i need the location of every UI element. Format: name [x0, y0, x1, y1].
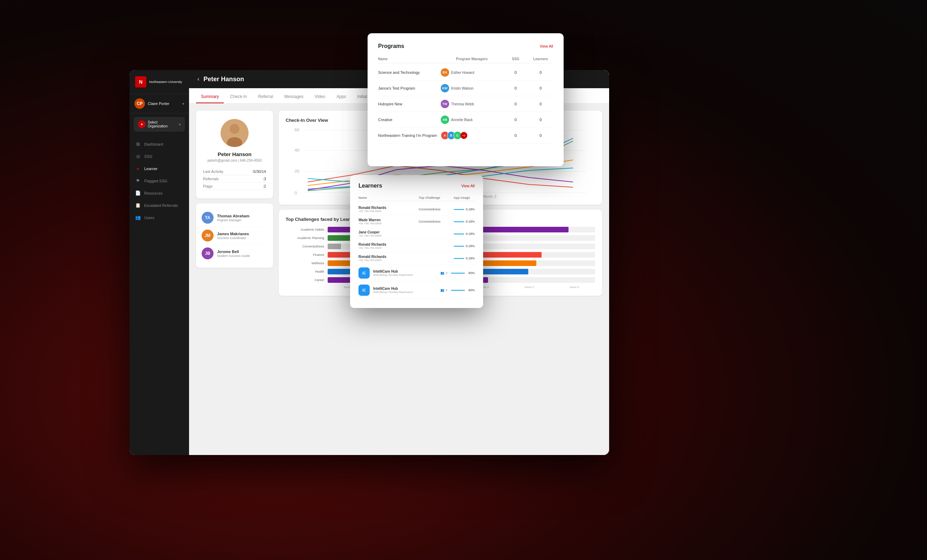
sidebar-item-learner[interactable]: ● Learner: [129, 162, 189, 175]
sidebar-item-label-resources: Resources: [144, 191, 163, 195]
program-row: Janna's Test Program KW Kristin Watson 0…: [378, 80, 553, 96]
app-usage-bar-1: [451, 273, 465, 274]
learners-count-4: 0: [528, 118, 553, 122]
learner-usage-1: 0.18%: [449, 208, 475, 211]
org-selector[interactable]: ★ Select Organization ▾: [134, 117, 185, 132]
profile-photo: [220, 119, 249, 147]
th-program-managers: Program Managers: [441, 57, 503, 61]
ssg-icon: ◎: [135, 154, 141, 159]
usage-bar-2: [454, 221, 464, 222]
learners-view-all[interactable]: View All: [461, 184, 475, 188]
learner-phone-2: +91 790-765-6905: [359, 222, 410, 225]
sidebar: N Northeastern University CP Claire Port…: [129, 70, 189, 455]
app-user-icon-1: 👥: [441, 271, 444, 275]
learner-name-1: Ronald Richards: [359, 206, 410, 209]
app-name-1: IntelliCare Hub: [373, 270, 437, 273]
bar-label-2: Academic Planning: [286, 236, 324, 240]
learner-usage-5: 0.18%: [449, 256, 475, 260]
learner-usage-3: 0.18%: [449, 232, 475, 235]
org-text: Select Organization: [148, 120, 177, 128]
usage-bar-4: [454, 246, 464, 247]
svg-text:20: 20: [295, 169, 299, 173]
pm-name-3: Theresa Webb: [451, 102, 474, 106]
sidebar-item-resources[interactable]: 📄 Resources: [129, 187, 189, 199]
back-button[interactable]: ‹: [198, 76, 199, 82]
pm-name-4: Annette Black: [451, 118, 473, 122]
program-name-2: Janna's Test Program: [378, 86, 441, 90]
ssg-count-3: 0: [503, 102, 528, 106]
sidebar-item-escalated-referrals[interactable]: 📋 Escalated Referrals: [129, 199, 189, 211]
learner-name-4: Ronald Richards: [359, 243, 410, 246]
learner-phone-3: +91 790-765-6905: [359, 234, 410, 237]
learner-row: Ronald Richards +91 790-765-6905 Connect…: [359, 203, 475, 216]
bar-fill-3: [328, 244, 341, 249]
th-learners: Learners: [528, 57, 553, 61]
svg-text:Week 2: Week 2: [482, 194, 497, 198]
app-icon-1: iC: [359, 267, 370, 279]
ssg-count-5: 0: [503, 134, 528, 138]
tab-messages[interactable]: Messages: [280, 91, 308, 103]
ssg-count-2: 0: [503, 86, 528, 90]
bar-label-7: Career: [286, 278, 324, 282]
ssg-count-1: 0: [503, 70, 528, 74]
profile-stats: Last Activity :5/30/14 Referrals :3 Flag…: [203, 168, 266, 190]
learner-icon: ●: [135, 166, 141, 171]
learner-name-cell-1: Ronald Richards +91 790-765-6905: [359, 206, 410, 213]
program-row: Northeastern Training I'm Program A B C …: [378, 128, 553, 144]
pm-cell-3: TW Theresa Webb: [441, 100, 503, 108]
sidebar-item-users[interactable]: 👥 Users: [129, 211, 189, 224]
users-icon: 👥: [135, 215, 141, 220]
member-role-3: Student Success Guide: [217, 254, 267, 258]
team-member-3: JB Jerome Bell Student Success Guide: [202, 245, 267, 262]
programs-title: Programs: [378, 43, 404, 49]
tab-summary[interactable]: Summary: [196, 91, 224, 103]
program-row: Creative AB Annette Black 0 0: [378, 112, 553, 128]
usage-pct-3: 0.18%: [466, 232, 475, 235]
bar-label-3: Connectedness: [286, 245, 324, 248]
flagged-ssg-icon: ⚑: [135, 178, 141, 184]
programs-view-all[interactable]: View All: [540, 44, 553, 48]
stat-referrals: Referrals :3: [203, 175, 266, 183]
member-role-2: Success Coordinator: [217, 236, 267, 240]
pm-name-2: Kristin Watson: [451, 87, 474, 90]
svg-point-1: [229, 124, 239, 134]
week-label-5: Week 5: [508, 285, 550, 289]
lth-name: Name: [359, 196, 410, 199]
tab-video[interactable]: Video: [310, 91, 330, 103]
program-name-5: Northeastern Training I'm Program: [378, 134, 441, 138]
multi-avatar: A B C +5: [441, 131, 467, 140]
tab-check-in[interactable]: Check-In: [225, 91, 252, 103]
user-section[interactable]: CP Claire Porter ▾: [129, 94, 189, 114]
usage-pct-1: 0.18%: [466, 208, 475, 211]
team-member-1: TA Thomas Abraham Pogram Manager: [202, 209, 267, 227]
tab-referral[interactable]: Referral: [253, 91, 278, 103]
app-pct-1: 60%: [468, 271, 475, 275]
learner-name-2: Wade Warren: [359, 218, 410, 222]
sidebar-item-ssg[interactable]: ◎ SSG: [129, 150, 189, 162]
program-name-4: Creative: [378, 118, 441, 122]
app-pct-2: 60%: [468, 288, 475, 292]
tab-apps[interactable]: Apps: [331, 91, 351, 103]
pm-avatar-4: AB: [441, 115, 449, 124]
sidebar-item-flagged-ssg[interactable]: ⚑ Flagged SSG: [129, 175, 189, 187]
usage-bar-3: [454, 234, 464, 235]
profile-email: peterh@gmail.com | 646-234-4550: [203, 159, 266, 162]
org-dropdown-icon: ▾: [179, 123, 181, 126]
program-name-1: Science and Technology: [378, 70, 441, 74]
pm-cell-2: KW Kristin Watson: [441, 84, 503, 93]
team-member-2: JM James Makrianes Success Coordinator: [202, 227, 267, 245]
program-name-3: Hubspire New: [378, 102, 441, 106]
pm-avatar-2: KW: [441, 84, 449, 93]
bar-label-1: Academic Habits: [286, 228, 324, 231]
sidebar-item-label-dashboard: Dashboard: [144, 142, 163, 146]
sidebar-item-label-escalated: Escalated Referrals: [144, 203, 178, 208]
logo-text: Northeastern University: [149, 80, 182, 84]
logo-icon: N: [135, 76, 146, 88]
learner-challenge-2: Connectedness: [410, 220, 449, 223]
sidebar-item-dashboard[interactable]: ⊞ Dashboard: [129, 138, 189, 150]
programs-table-header: Name Program Managers SSG Learners: [378, 55, 553, 63]
th-program-name: Name: [378, 57, 441, 61]
dashboard-icon: ⊞: [135, 141, 141, 147]
member-avatar-3: JB: [202, 247, 214, 260]
app-row-1: iC IntelliCare Hub Well-Being / Anxiety …: [359, 265, 475, 282]
